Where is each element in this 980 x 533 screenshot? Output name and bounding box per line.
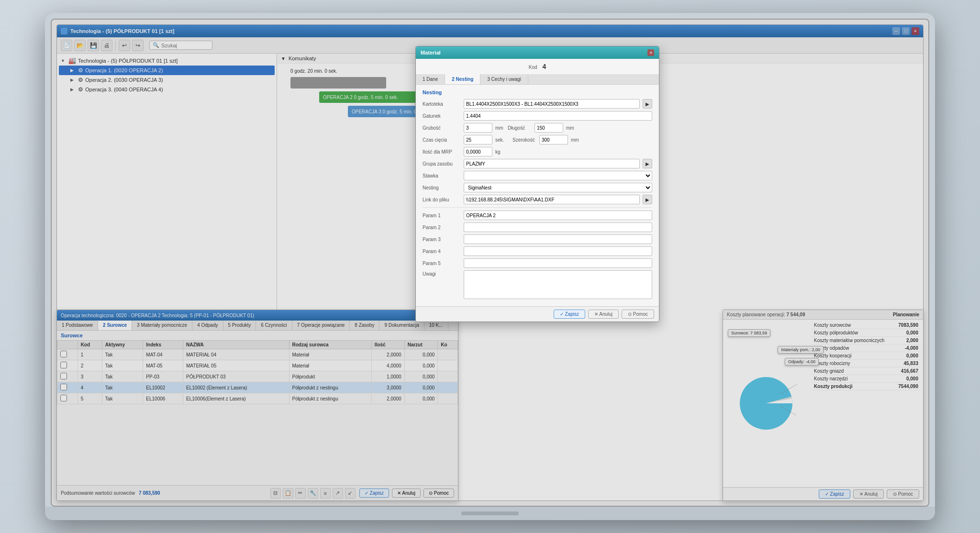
laptop-screen: Technologia - (5) PÓŁPRODUKT 01 [1 szt] … — [51, 19, 929, 507]
param3-input[interactable] — [464, 234, 652, 244]
kartoteka-btn[interactable]: ▶ — [643, 99, 652, 109]
modal-kod-area: Kod 4 — [416, 59, 659, 74]
modal-content: Nesting Kartoteka ▶ Gatunek Grubość mm — [416, 85, 659, 306]
form-row-czas: Czas cięcia sek. Szerokość mm — [423, 135, 652, 144]
modal-title-text: Materiał — [421, 50, 441, 56]
param1-input[interactable] — [464, 211, 652, 220]
param3-label: Param 3 — [423, 237, 461, 242]
modal-title-bar: Materiał ✕ — [416, 46, 659, 59]
form-row-kartoteka: Kartoteka ▶ — [423, 99, 652, 109]
modal-tab-nesting[interactable]: 2 Nesting — [445, 74, 480, 84]
modal-close-button[interactable]: ✕ — [647, 49, 654, 56]
nesting-label: Nesting — [423, 185, 461, 190]
stawka-label: Stawka — [423, 173, 461, 178]
form-row-param1: Param 1 — [423, 211, 652, 220]
form-row-grubosc: Grubość mm Długość mm — [423, 123, 652, 133]
ilosc-mrp-label: Ilość dla MRP — [423, 149, 461, 155]
dlugosc-label: Długość — [508, 125, 532, 131]
laptop-notch — [461, 511, 519, 515]
modal-cancel-button[interactable]: ✕ Anuluj — [588, 310, 619, 319]
modal-kod-value: Kod 4 — [423, 61, 652, 74]
grubosc-unit: mm — [495, 125, 505, 131]
czas-ciecia-unit: sek. — [495, 137, 510, 143]
modal-footer: ✓ Zapisz ✕ Anuluj ⊙ Pomoc — [416, 306, 659, 322]
dlugosc-input[interactable] — [535, 123, 563, 133]
form-row-stawka: Stawka — [423, 171, 652, 180]
param2-input[interactable] — [464, 222, 652, 232]
grupa-zasobu-input[interactable] — [464, 159, 640, 168]
form-row-gatunek: Gatunek — [423, 111, 652, 121]
czas-ciecia-label: Czas cięcia — [423, 137, 461, 143]
param4-label: Param 4 — [423, 249, 461, 254]
form-row-param3: Param 3 — [423, 234, 652, 244]
link-label: Link do pliku — [423, 197, 461, 202]
form-row-uwagi: Uwagi — [423, 270, 652, 299]
dlugosc-unit: mm — [566, 125, 576, 131]
form-row-ilosc-mrp: Ilość dla MRP kg — [423, 147, 652, 156]
kartoteka-label: Kartoteka — [423, 101, 461, 107]
modal-help-button[interactable]: ⊙ Pomoc — [622, 310, 654, 319]
laptop-base — [45, 507, 935, 520]
divider-1 — [423, 207, 652, 208]
material-modal: Materiał ✕ Kod 4 1 Dane 2 Nesting 3 Cech… — [415, 46, 659, 322]
laptop-outer: Technologia - (5) PÓŁPRODUKT 01 [1 szt] … — [45, 13, 935, 520]
param1-label: Param 1 — [423, 213, 461, 218]
form-row-nesting: Nesting SigmaNest — [423, 183, 652, 192]
czas-ciecia-input[interactable] — [464, 135, 492, 144]
modal-tab-cechy[interactable]: 3 Cechy i uwagi — [480, 74, 528, 84]
stawka-select[interactable] — [464, 171, 652, 180]
gatunek-label: Gatunek — [423, 113, 461, 119]
form-row-param2: Param 2 — [423, 222, 652, 232]
modal-tabs: 1 Dane 2 Nesting 3 Cechy i uwagi — [416, 74, 659, 85]
form-row-param5: Param 5 — [423, 258, 652, 268]
ilosc-mrp-input[interactable] — [464, 147, 492, 156]
link-btn[interactable]: ▶ — [643, 195, 652, 204]
szerokosc-input[interactable] — [539, 135, 568, 144]
uwagi-textarea[interactable] — [464, 270, 652, 299]
param5-label: Param 5 — [423, 261, 461, 266]
form-row-link: Link do pliku ▶ — [423, 195, 652, 204]
grubosc-input[interactable] — [464, 123, 492, 133]
modal-section-title: Nesting — [423, 89, 652, 95]
ilosc-mrp-unit: kg — [495, 149, 505, 155]
uwagi-label: Uwagi — [423, 271, 461, 277]
form-row-param4: Param 4 — [423, 246, 652, 256]
param5-input[interactable] — [464, 258, 652, 268]
grubosc-label: Grubość — [423, 125, 461, 131]
grupa-zasobu-label: Grupa zasobu — [423, 161, 461, 167]
szerokosc-unit: mm — [571, 137, 580, 143]
link-input[interactable] — [464, 195, 640, 204]
param2-label: Param 2 — [423, 225, 461, 230]
form-row-grupa: Grupa zasobu ▶ — [423, 159, 652, 168]
szerokosc-label: Szerokość — [512, 137, 536, 143]
grupa-zasobu-btn[interactable]: ▶ — [643, 159, 652, 168]
modal-save-button[interactable]: ✓ Zapisz — [554, 310, 585, 319]
param4-input[interactable] — [464, 246, 652, 256]
modal-tab-dane[interactable]: 1 Dane — [416, 74, 445, 84]
nesting-select[interactable]: SigmaNest — [464, 183, 652, 192]
kartoteka-input[interactable] — [464, 99, 640, 109]
gatunek-input[interactable] — [464, 111, 652, 121]
